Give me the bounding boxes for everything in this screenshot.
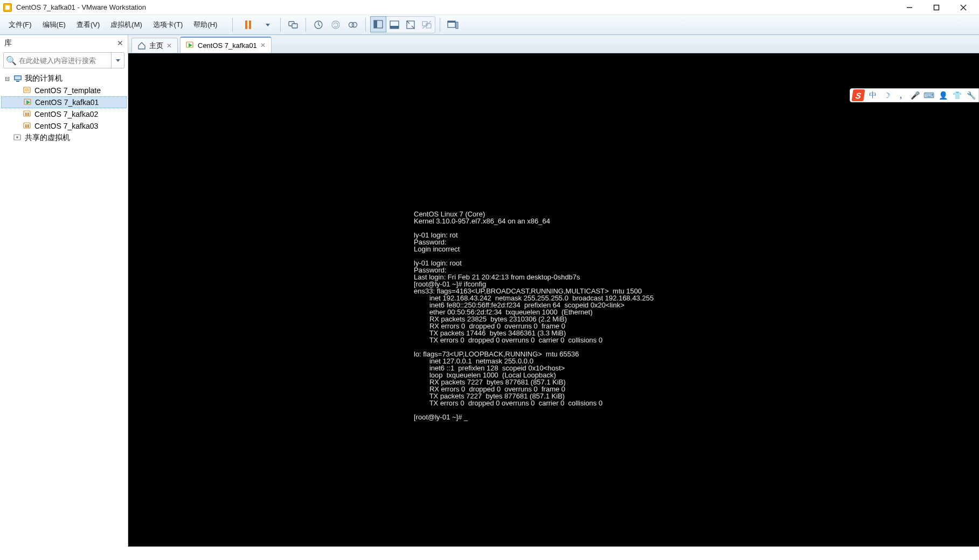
vm-running-icon <box>23 98 33 107</box>
menu-edit[interactable]: 编辑(E) <box>38 19 70 31</box>
window-close-button[interactable] <box>956 2 970 13</box>
library-sidebar: 库 ✕ 🔍 ⊟ 我的计算机 CentOS 7_template CentOS 7… <box>0 35 128 547</box>
tree-label: 我的计算机 <box>25 74 63 83</box>
snapshot-take-button[interactable] <box>310 17 327 33</box>
tree-vm-kafka02[interactable]: CentOS 7_kafka02 <box>1 108 127 120</box>
library-title: 库 <box>4 38 12 48</box>
content-area: 主页 ✕ CentOS 7_kafka01 ✕ CentOS Linux 7 (… <box>128 35 979 547</box>
tab-label: 主页 <box>149 41 163 51</box>
view-mode-group <box>370 16 435 33</box>
ime-skin-icon[interactable]: 👕 <box>952 90 962 101</box>
tab-close-button[interactable]: ✕ <box>260 41 266 49</box>
tree-label: CentOS 7_kafka03 <box>34 122 98 130</box>
toggle-fullscreen-button[interactable] <box>402 17 419 33</box>
vm-tabs: 主页 ✕ CentOS 7_kafka01 ✕ <box>128 35 979 53</box>
tree-label: CentOS 7_kafka01 <box>35 98 99 107</box>
toolbar-separator <box>280 18 281 32</box>
main-area: 库 ✕ 🔍 ⊟ 我的计算机 CentOS 7_template CentOS 7… <box>0 35 979 547</box>
tab-close-button[interactable]: ✕ <box>166 42 172 50</box>
svg-rect-20 <box>456 22 458 29</box>
svg-line-17 <box>422 21 431 29</box>
tab-vm-kafka01[interactable]: CentOS 7_kafka01 ✕ <box>180 37 272 53</box>
menu-file[interactable]: 文件(F) <box>4 19 36 31</box>
vm-paused-icon <box>23 110 32 118</box>
svg-rect-31 <box>24 123 30 128</box>
window-title: CentOS 7_kafka01 - VMware Workstation <box>16 3 146 11</box>
vm-console[interactable]: CentOS Linux 7 (Core)Kernel 3.10.0-957.e… <box>128 53 979 547</box>
tree-label: CentOS 7_template <box>34 86 101 95</box>
svg-marker-27 <box>26 100 30 104</box>
send-ctrl-alt-del-button[interactable] <box>285 17 301 33</box>
tree-vm-kafka01[interactable]: CentOS 7_kafka01 <box>1 96 127 108</box>
ime-mic-icon[interactable]: 🎤 <box>909 90 920 101</box>
tree-collapse-icon[interactable]: ⊟ <box>3 75 11 82</box>
ime-comma-icon[interactable]: , <box>895 90 906 101</box>
search-icon: 🔍 <box>4 55 19 66</box>
toolbar-separator <box>440 18 440 32</box>
ime-toolbar[interactable]: S 中 ☽ , 🎤 ⌨ 👤 👕 🔧 <box>850 88 979 102</box>
window-maximize-button[interactable] <box>929 2 943 13</box>
menu-tabs[interactable]: 选项卡(T) <box>149 19 188 31</box>
ime-person-icon[interactable]: 👤 <box>938 90 948 101</box>
window-titlebar: CentOS 7_kafka01 - VMware Workstation <box>0 0 979 15</box>
svg-rect-29 <box>25 113 27 116</box>
tree-shared-vms[interactable]: 共享的虚拟机 <box>1 132 127 144</box>
ime-moon-icon[interactable]: ☽ <box>881 90 892 101</box>
ime-lang-button[interactable]: 中 <box>867 90 878 101</box>
svg-rect-1 <box>934 5 939 10</box>
svg-point-9 <box>352 23 357 27</box>
console-output: CentOS Linux 7 (Core)Kernel 3.10.0-957.e… <box>128 53 979 421</box>
tree-root-my-computer[interactable]: ⊟ 我的计算机 <box>1 73 127 85</box>
window-minimize-button[interactable] <box>902 2 916 13</box>
toolbar-separator <box>365 18 366 32</box>
menu-toolbar-strip: 文件(F) 编辑(E) 查看(V) 虚拟机(M) 选项卡(T) 帮助(H) <box>0 15 979 35</box>
chevron-down-icon <box>266 24 270 26</box>
svg-rect-25 <box>25 88 29 92</box>
tab-home[interactable]: 主页 ✕ <box>131 38 178 53</box>
menubar: 文件(F) 编辑(E) 查看(V) 虚拟机(M) 选项卡(T) 帮助(H) <box>0 18 226 32</box>
svg-rect-11 <box>374 20 377 28</box>
show-library-button[interactable] <box>370 16 386 32</box>
svg-rect-28 <box>24 111 30 116</box>
library-tree: ⊟ 我的计算机 CentOS 7_template CentOS 7_kafka… <box>0 72 128 145</box>
svg-marker-37 <box>189 43 192 47</box>
vm-paused-icon <box>23 122 32 130</box>
show-thumbnail-button[interactable] <box>386 17 402 33</box>
vm-icon <box>23 86 32 95</box>
tree-label: 共享的虚拟机 <box>25 133 70 143</box>
tree-label: CentOS 7_kafka02 <box>34 110 98 118</box>
snapshot-manager-button[interactable] <box>345 17 361 33</box>
menu-vm[interactable]: 虚拟机(M) <box>106 19 147 31</box>
tree-vm-template[interactable]: CentOS 7_template <box>1 85 127 96</box>
menu-help[interactable]: 帮助(H) <box>189 19 221 31</box>
snapshot-revert-button[interactable] <box>328 17 344 33</box>
home-icon <box>137 41 146 50</box>
tree-vm-kafka03[interactable]: CentOS 7_kafka03 <box>1 120 127 132</box>
library-close-button[interactable]: ✕ <box>117 39 123 47</box>
library-search-dropdown[interactable] <box>111 53 124 68</box>
library-search-input[interactable] <box>19 57 111 65</box>
svg-rect-22 <box>15 76 21 80</box>
pause-icon <box>245 20 251 29</box>
vm-suspend-button[interactable] <box>237 17 259 33</box>
vm-power-menu-button[interactable] <box>260 17 276 33</box>
svg-rect-23 <box>16 81 19 82</box>
svg-rect-19 <box>448 21 455 23</box>
app-icon <box>3 3 12 12</box>
unity-mode-button[interactable] <box>419 17 435 33</box>
svg-point-35 <box>16 136 18 138</box>
toolbar-separator <box>232 18 233 32</box>
sogou-logo-icon[interactable]: S <box>851 89 865 101</box>
quick-switch-button[interactable] <box>445 17 461 33</box>
library-search: 🔍 <box>3 52 124 68</box>
tab-label: CentOS 7_kafka01 <box>198 41 257 50</box>
ime-keyboard-icon[interactable]: ⌨ <box>924 90 934 101</box>
svg-rect-30 <box>27 113 29 116</box>
chevron-down-icon <box>116 59 120 62</box>
svg-rect-5 <box>292 24 297 28</box>
toolbar-separator <box>305 18 306 32</box>
menu-view[interactable]: 查看(V) <box>72 19 104 31</box>
svg-rect-32 <box>25 124 27 128</box>
ime-settings-icon[interactable]: 🔧 <box>966 90 976 101</box>
shared-icon <box>13 134 23 142</box>
